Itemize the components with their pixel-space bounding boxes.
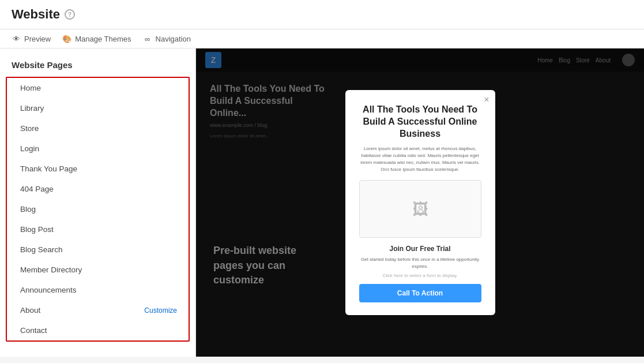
manage-themes-link[interactable]: 🎨 Manage Themes xyxy=(62,34,131,43)
modal-join-desc: Get started today before this once in a … xyxy=(359,256,481,269)
sidebar-item-announcements[interactable]: Announcements xyxy=(7,280,189,300)
image-placeholder-icon: 🖼 xyxy=(412,200,428,219)
pages-border-box: Home Library Store Login Thank You Page … xyxy=(6,77,190,342)
page-label: About xyxy=(20,306,40,315)
page-title: Website ? xyxy=(12,7,75,22)
navigation-link[interactable]: ∞ Navigation xyxy=(143,34,191,43)
modal-description: Lorem ipsum dolor sit amet, metus at rho… xyxy=(359,145,481,173)
page-label: Thank You Page xyxy=(20,164,77,173)
sidebar-title: Website Pages xyxy=(0,60,195,77)
palette-icon: 🎨 xyxy=(62,34,71,43)
sidebar-item-login[interactable]: Login xyxy=(7,139,189,159)
manage-themes-label: Manage Themes xyxy=(75,35,131,43)
modal-cta-button[interactable]: Call To Action xyxy=(359,284,481,302)
modal-form-placeholder: Click here to select a form to display. xyxy=(359,273,481,278)
main-content: Website Pages Home Library Store Login T… xyxy=(0,48,644,357)
preview-label: Preview xyxy=(24,35,51,43)
sidebar-item-404[interactable]: 404 Page xyxy=(7,179,189,199)
modal-popup: × All The Tools You Need To Build A Succ… xyxy=(345,90,495,315)
sidebar-item-blog-post[interactable]: Blog Post xyxy=(7,219,189,239)
link-icon: ∞ xyxy=(143,34,152,43)
navigation-label: Navigation xyxy=(156,35,191,43)
sidebar-item-blog[interactable]: Blog xyxy=(7,199,189,219)
page-label: Blog xyxy=(20,205,36,214)
modal-join-title: Join Our Free Trial xyxy=(359,245,481,253)
sidebar-item-member-directory[interactable]: Member Directory xyxy=(7,260,189,280)
preview-area: Z Home Blog Store About All The Tools Yo… xyxy=(196,48,644,357)
sidebar-item-thank-you[interactable]: Thank You Page xyxy=(7,159,189,179)
page-label: Member Directory xyxy=(20,265,82,274)
eye-icon: 👁 xyxy=(12,34,21,43)
modal-overlay: × All The Tools You Need To Build A Succ… xyxy=(196,48,644,357)
page-label: Library xyxy=(20,104,44,113)
sidebar-item-home[interactable]: Home xyxy=(7,78,189,98)
sidebar-item-library[interactable]: Library xyxy=(7,98,189,118)
help-icon[interactable]: ? xyxy=(65,9,75,20)
customize-link[interactable]: Customize xyxy=(144,306,177,315)
sidebar: Website Pages Home Library Store Login T… xyxy=(0,48,196,357)
modal-title: All The Tools You Need To Build A Succes… xyxy=(359,104,481,140)
modal-close-button[interactable]: × xyxy=(484,95,489,105)
page-label: Login xyxy=(20,144,39,153)
page-label: Store xyxy=(20,124,39,133)
title-text: Website xyxy=(12,7,60,22)
sidebar-item-about[interactable]: About Customize xyxy=(7,300,189,320)
sidebar-item-contact[interactable]: Contact xyxy=(7,320,189,340)
sidebar-item-blog-search[interactable]: Blog Search xyxy=(7,239,189,260)
page-label: Announcements xyxy=(20,286,77,294)
page-label: Home xyxy=(20,84,41,92)
modal-image-placeholder: 🖼 xyxy=(359,180,481,238)
page-label: 404 Page xyxy=(20,185,54,193)
page-label: Contact xyxy=(20,326,47,335)
top-bar: Website ? xyxy=(0,0,644,29)
pages-list: Home Library Store Login Thank You Page … xyxy=(7,78,189,340)
preview-link[interactable]: 👁 Preview xyxy=(12,34,51,43)
preview-bg: Z Home Blog Store About All The Tools Yo… xyxy=(196,48,644,357)
page-label: Blog Search xyxy=(20,245,63,254)
page-label: Blog Post xyxy=(20,225,54,234)
sidebar-item-store[interactable]: Store xyxy=(7,118,189,139)
toolbar: 👁 Preview 🎨 Manage Themes ∞ Navigation xyxy=(0,29,644,48)
